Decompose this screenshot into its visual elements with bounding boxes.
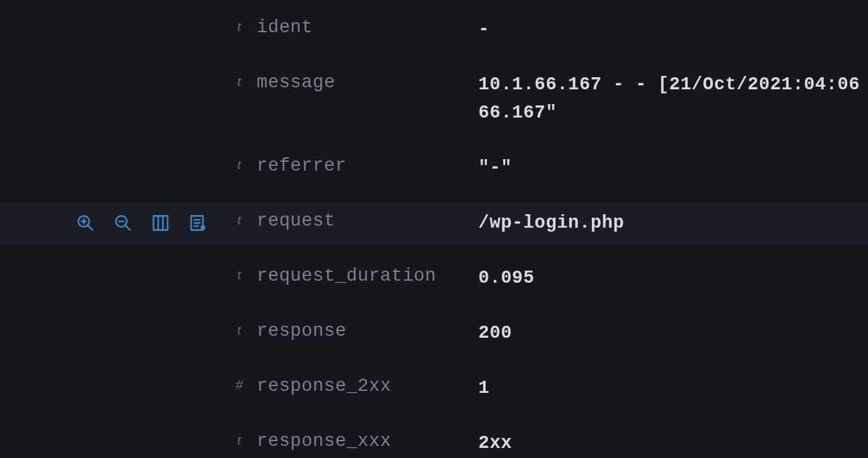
field-type: t (222, 430, 257, 447)
field-name: request (257, 211, 335, 231)
text-type-icon: t (237, 267, 241, 282)
field-value-cell: 1 (478, 375, 868, 403)
field-value: 2xx (478, 433, 512, 453)
field-value: 1 (478, 378, 490, 398)
field-value: - (478, 19, 490, 40)
field-value-cell: - (478, 16, 868, 44)
field-row: t request /wp-login.php (0, 203, 868, 244)
field-row: t message 10.1.66.167 - - [21/Oct/2021:0… (0, 64, 868, 134)
field-name-cell: response_2xx (257, 375, 478, 396)
filter-exists-icon[interactable] (188, 213, 208, 233)
field-type: t (222, 265, 257, 282)
field-name-cell: response_xxx (257, 430, 478, 451)
field-list: t ident - t message 10.1.66.167 - - [21/… (0, 0, 868, 458)
field-name-cell: message (257, 71, 478, 93)
svg-rect-7 (154, 216, 168, 230)
field-row: t referrer "-" (0, 148, 868, 189)
field-type: t (222, 320, 257, 337)
svg-line-5 (126, 225, 130, 230)
row-actions (0, 430, 222, 457)
field-value: 0.095 (478, 268, 535, 288)
field-row: t request_duration 0.095 (0, 258, 868, 300)
row-actions (0, 375, 222, 402)
field-name-cell: ident (257, 16, 478, 38)
row-actions (0, 16, 222, 43)
field-name: request_duration (257, 266, 436, 286)
field-type: # (222, 375, 257, 392)
toggle-column-icon[interactable] (150, 213, 171, 233)
svg-line-1 (88, 225, 93, 230)
row-actions (0, 154, 222, 181)
text-type-icon: t (237, 74, 241, 89)
field-value: 200 (478, 323, 512, 343)
filter-out-icon[interactable] (113, 213, 133, 233)
text-type-icon: t (237, 212, 241, 227)
field-type: t (222, 154, 257, 172)
text-type-icon: t (237, 432, 241, 447)
field-value: "-" (478, 158, 512, 178)
field-row: t ident - (0, 9, 868, 51)
text-type-icon: t (237, 19, 241, 34)
field-value-cell: /wp-login.php (478, 210, 868, 238)
text-type-icon: t (237, 322, 241, 337)
row-actions (0, 320, 222, 347)
field-value-cell: 10.1.66.167 - - [21/Oct/2021:04:06 66.16… (478, 71, 868, 128)
field-name-cell: response (257, 320, 478, 341)
text-type-icon: t (237, 157, 241, 172)
field-value-cell: 200 (478, 320, 868, 348)
field-value-cell: 2xx (478, 430, 868, 458)
field-type: t (222, 210, 257, 227)
field-row: t response 200 (0, 313, 868, 355)
field-name: response (257, 321, 347, 341)
row-actions (0, 265, 222, 291)
field-name: ident (257, 17, 313, 38)
field-name: referrer (257, 156, 347, 176)
field-name: response_xxx (257, 431, 391, 451)
field-name: message (257, 73, 335, 93)
field-name-cell: referrer (257, 154, 478, 176)
field-name-cell: request (257, 210, 478, 231)
svg-point-14 (201, 225, 206, 230)
field-value: 10.1.66.167 - - [21/Oct/2021:04:06 66.16… (478, 75, 860, 123)
field-name: response_2xx (257, 376, 391, 396)
field-row: # response_2xx 1 (0, 368, 868, 410)
row-actions (0, 71, 222, 98)
number-type-icon: # (236, 377, 243, 392)
field-value-cell: 0.095 (478, 265, 868, 293)
field-value: /wp-login.php (478, 213, 624, 233)
field-type: t (222, 16, 257, 34)
field-type: t (222, 71, 257, 89)
field-value-cell: "-" (478, 154, 868, 183)
row-actions (0, 210, 222, 236)
field-name-cell: request_duration (257, 265, 478, 286)
field-row: t response_xxx 2xx (0, 423, 868, 458)
filter-for-icon[interactable] (75, 213, 95, 233)
